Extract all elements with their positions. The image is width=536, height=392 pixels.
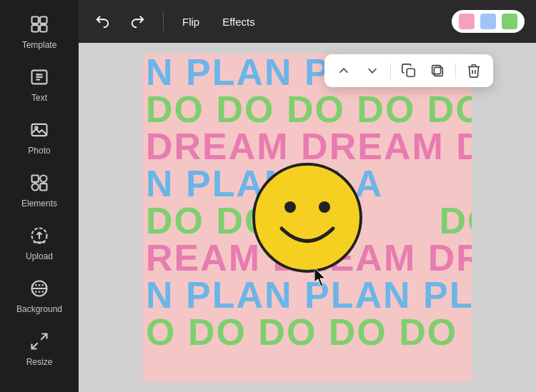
move-up-button[interactable] — [333, 60, 354, 81]
redo-button[interactable] — [126, 9, 150, 34]
delete-button[interactable] — [463, 60, 485, 81]
svg-rect-0 — [32, 17, 39, 24]
photo-icon — [26, 117, 52, 143]
svg-rect-22 — [407, 69, 415, 76]
sidebar-item-template[interactable]: Template — [7, 6, 71, 56]
float-divider-2 — [455, 63, 456, 79]
color-swatch-pink[interactable] — [459, 14, 475, 29]
sidebar-item-elements[interactable]: Elements — [7, 164, 71, 214]
svg-rect-14 — [32, 184, 39, 190]
sidebar-text-label: Text — [31, 93, 47, 103]
design-canvas[interactable]: N PLAN PLAN PLAN PLAN PLAN P DO DO DO DO… — [143, 54, 472, 382]
sidebar-template-label: Template — [22, 40, 57, 50]
svg-rect-9 — [32, 124, 47, 136]
float-divider-1 — [390, 63, 391, 79]
top-toolbar: Flip Effects — [79, 0, 536, 43]
svg-text:T: T — [36, 72, 40, 79]
svg-rect-23 — [432, 66, 441, 74]
sidebar-resize-label: Resize — [26, 357, 53, 367]
svg-rect-2 — [32, 25, 39, 31]
sidebar-background-label: Background — [16, 304, 62, 314]
effects-button[interactable]: Effects — [217, 11, 261, 32]
text-icon: T — [26, 64, 52, 90]
svg-point-25 — [254, 164, 361, 271]
resize-icon — [26, 328, 52, 354]
color-swatch-blue[interactable] — [480, 14, 496, 29]
text-row-plan-3: N PLAN PLAN PLAN PLAN PI — [143, 276, 472, 313]
sidebar-item-upload[interactable]: Upload — [7, 217, 71, 267]
text-row-dream-1: DREAM DREAM DREAM D — [143, 128, 472, 165]
svg-point-26 — [284, 201, 296, 213]
sidebar-item-background[interactable]: Background — [7, 270, 71, 320]
canvas-area: N PLAN PLAN PLAN PLAN PLAN P DO DO DO DO… — [79, 43, 536, 392]
flip-button[interactable]: Flip — [177, 11, 205, 32]
sidebar-photo-label: Photo — [28, 146, 50, 156]
svg-rect-12 — [40, 184, 46, 190]
main-area: Flip Effects — [79, 0, 536, 392]
undo-button[interactable] — [90, 9, 114, 34]
svg-point-13 — [40, 176, 46, 182]
sidebar-item-resize[interactable]: Resize — [7, 323, 71, 373]
text-row-do-3: O DO DO DO DO DO DO D — [143, 313, 472, 351]
sidebar: Template T Text Photo — [0, 0, 79, 392]
elements-icon — [26, 170, 52, 196]
sidebar-upload-label: Upload — [26, 251, 53, 261]
float-toolbar — [324, 54, 493, 87]
upload-icon — [26, 223, 52, 248]
duplicate-button[interactable] — [398, 60, 420, 81]
sidebar-item-text[interactable]: T Text — [7, 59, 71, 109]
color-swatch-green[interactable] — [502, 14, 517, 29]
svg-rect-11 — [32, 176, 39, 182]
copy-button[interactable] — [427, 60, 448, 81]
svg-point-27 — [319, 201, 330, 213]
color-picker — [452, 10, 525, 33]
svg-rect-1 — [40, 17, 46, 24]
svg-line-20 — [41, 334, 46, 340]
svg-rect-3 — [40, 25, 46, 31]
background-icon — [26, 276, 52, 301]
move-down-button[interactable] — [362, 60, 383, 81]
template-icon — [26, 11, 52, 37]
svg-rect-24 — [434, 67, 442, 76]
sidebar-item-photo[interactable]: Photo — [7, 111, 71, 161]
sidebar-elements-label: Elements — [21, 198, 57, 208]
smiley-face — [250, 161, 364, 275]
svg-line-21 — [32, 343, 38, 348]
toolbar-divider — [163, 11, 164, 31]
text-row-do-1: DO DO DO DO DO DO DO D — [143, 91, 472, 128]
